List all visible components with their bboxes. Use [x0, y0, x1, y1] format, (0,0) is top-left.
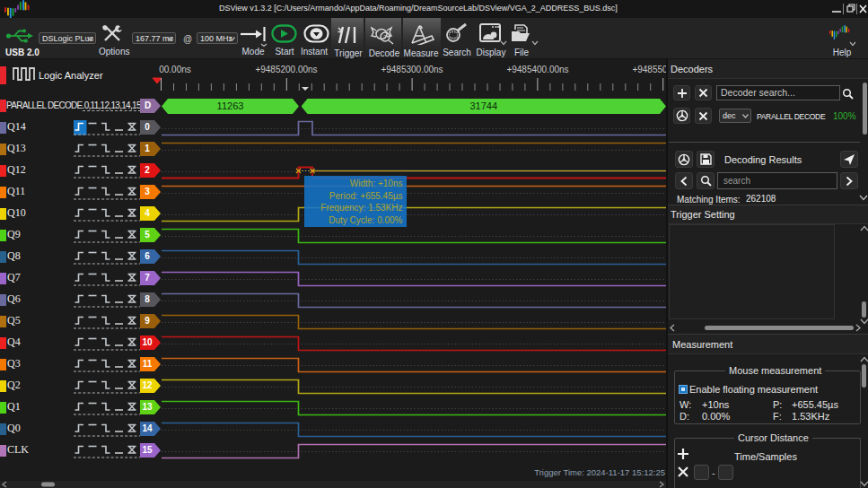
- svg-text:?: ?: [383, 34, 387, 40]
